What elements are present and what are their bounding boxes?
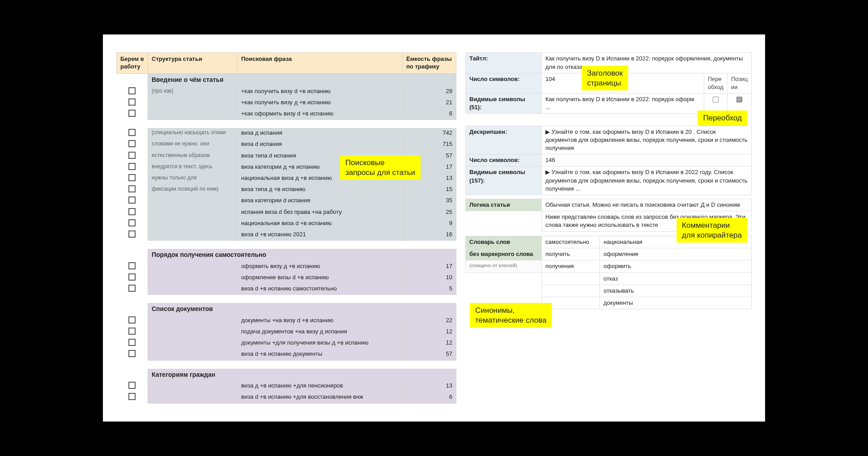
take-checkbox[interactable]: [128, 129, 136, 136]
traffic-value: 17: [403, 261, 456, 273]
callout-search-queries: Поисковые запросы для статьи: [340, 155, 421, 180]
search-phrase: +как оформить визу d +в испанию: [238, 109, 403, 120]
take-checkbox[interactable]: [128, 152, 136, 159]
struct-note: [148, 349, 238, 360]
right-pane: Тайтл: Как получить визу D в Испании в 2…: [465, 52, 752, 403]
search-phrase: виза d +в испанию +для восстановления вн…: [238, 392, 403, 403]
document-frame: Берем в работу Структура статьи Поискова…: [103, 34, 765, 421]
dict-word: отказ: [600, 273, 752, 285]
traffic-value: 9: [403, 218, 456, 230]
traffic-value: 742: [403, 128, 456, 139]
search-phrase: виза д +в испанию +для пенсионеров: [238, 381, 403, 392]
take-checkbox[interactable]: [128, 339, 136, 346]
title-value: Как получить визу D в Испании в 2022: по…: [542, 53, 752, 73]
pere-checkbox-1[interactable]: [713, 97, 719, 102]
search-phrase: оформить визу д +в испанию: [238, 261, 403, 273]
struct-note: [148, 207, 238, 218]
take-checkbox[interactable]: [128, 285, 136, 292]
traffic-value: 22: [403, 315, 456, 327]
traffic-value: 5: [403, 284, 456, 295]
search-phrase: виза d +в испанию 2021: [238, 230, 403, 241]
section-title: Порядок получения самостоятельно: [148, 249, 456, 261]
struct-note: словами не нужно. они: [148, 139, 238, 150]
desc-label: Дескрипшен:: [466, 126, 542, 154]
take-checkbox[interactable]: [128, 208, 136, 215]
desc-chars-label: Число символов:: [466, 154, 542, 166]
struct-note: [148, 273, 238, 284]
take-checkbox[interactable]: [128, 393, 136, 400]
dict-word: [542, 285, 600, 297]
struct-note: [148, 261, 238, 273]
search-phrase: виза d испания: [238, 139, 403, 150]
struct-note: [148, 109, 238, 120]
take-checkbox[interactable]: [128, 140, 136, 147]
traffic-value: 35: [403, 196, 456, 207]
take-checkbox[interactable]: [128, 350, 136, 357]
struct-note: [148, 230, 238, 241]
title-label: Тайтл:: [466, 53, 542, 73]
header-traffic: Ёмкость фразы по трафику: [403, 53, 456, 74]
traffic-value: 21: [403, 98, 456, 109]
take-checkbox[interactable]: [128, 174, 136, 181]
pere-label: Пере обход: [704, 73, 727, 93]
dict-word: получить: [542, 248, 600, 260]
struct-note: [148, 381, 238, 392]
take-checkbox[interactable]: [128, 328, 136, 335]
take-checkbox[interactable]: [128, 230, 136, 238]
traffic-value: 6: [403, 109, 456, 120]
struct-note: естественным образом: [148, 151, 238, 162]
take-checkbox[interactable]: [128, 98, 136, 106]
take-checkbox[interactable]: [128, 316, 136, 324]
take-checkbox[interactable]: [128, 110, 136, 117]
search-phrase: оформление визы d +в испанию: [238, 273, 403, 284]
logic-value: Обычная статья. Можно не писать в поиско…: [542, 199, 752, 211]
take-checkbox[interactable]: [128, 382, 136, 389]
dict-word: оформление: [600, 248, 752, 260]
traffic-value: 16: [403, 230, 456, 241]
struct-note: [148, 98, 238, 109]
logic-label: Логика статьи: [466, 199, 542, 211]
search-phrase: +как получить визу д +в испанию: [238, 98, 403, 109]
search-phrase: испания виза d без права +на работу: [238, 207, 403, 218]
search-phrase: документы +для получения визы д +в испан…: [238, 338, 403, 349]
dictionary-table: Словарь словсамостоятельнонациональнаябе…: [465, 236, 752, 309]
section-title: Введение о чём статья: [148, 74, 456, 86]
visible-label: Видимые символы (51):: [466, 94, 542, 114]
dict-word: самостоятельно: [542, 236, 600, 248]
search-phrase: виза категории d испания: [238, 196, 403, 207]
take-checkbox[interactable]: [128, 219, 136, 226]
header-take: Берем в работу: [117, 53, 148, 74]
traffic-value: 12: [403, 327, 456, 338]
dict-label: Словарь слов: [466, 236, 542, 248]
take-checkbox[interactable]: [128, 185, 136, 192]
search-phrase: виза типа д +в испанию: [238, 184, 403, 196]
callout-copywriter-comments: Комментарии для копирайтера: [677, 218, 747, 243]
traffic-value: 12: [403, 338, 456, 349]
take-checkbox[interactable]: [128, 273, 136, 281]
take-checkbox[interactable]: [128, 87, 136, 94]
desc-visible-label: Видимые символы (157):: [466, 166, 542, 195]
section-title: Список документов: [148, 303, 456, 315]
search-phrase: виза д испания: [238, 128, 403, 139]
struct-note: фиксации позиций по ним): [148, 184, 238, 196]
dict-word: документы: [600, 297, 752, 309]
struct-note: [148, 284, 238, 295]
callout-synonyms: Синонимы, тематические слова: [470, 303, 552, 328]
pos-label: Позиц ии: [727, 73, 751, 93]
struct-note: [148, 338, 238, 349]
callout-pereobhod: Переобход: [698, 111, 747, 125]
traffic-value: 29: [403, 86, 456, 98]
dict-word: оформить: [600, 260, 752, 273]
keywords-table: Берем в работу Структура статьи Поискова…: [116, 52, 456, 403]
traffic-value: 15: [403, 184, 456, 196]
search-phrase: подача документов +на визу д испания: [238, 327, 403, 338]
struct-note: внедрятся в текст. здесь: [148, 162, 238, 173]
take-checkbox[interactable]: [128, 196, 136, 204]
dict-label-2: без маркерного слова: [466, 248, 542, 260]
take-checkbox[interactable]: [128, 262, 136, 269]
visible-value: Как получить визу D в Испании в 2022: по…: [542, 94, 704, 114]
struct-note: [148, 392, 238, 403]
search-phrase: +как получить визу d +в испанию: [238, 86, 403, 98]
take-checkbox[interactable]: [128, 163, 136, 170]
pos-checkbox-1[interactable]: [736, 97, 742, 102]
